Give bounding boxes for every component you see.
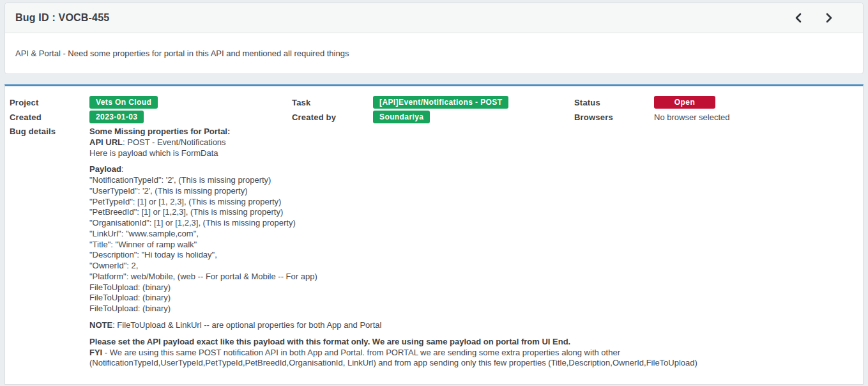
meta-row-1: Project Vets On Cloud Task [API]Event/No… [10, 95, 853, 109]
payload-line: "OrganisationId": [1] or [1,2,3], (This … [89, 218, 853, 229]
missing-properties-heading: Some Missing properties for Portal: [89, 127, 853, 137]
instruction-block: Please set the API payload exact like th… [89, 337, 853, 369]
note-line: NOTE: FileToUpload & LinkUrl -- are opti… [89, 320, 853, 331]
bug-details-content: Some Missing properties for Portal: API … [89, 127, 853, 369]
payload-line: "OwnerId": 2, [89, 261, 853, 272]
payload-line: "UserTypeId": '2', (This is missing prop… [89, 186, 853, 197]
payload-formdata-line: Here is payload which is FormData [89, 148, 853, 159]
payload-line: "Platform": web/Mobile, (web -- For port… [89, 272, 853, 282]
page: Bug ID : VOCB-455 API & Portal - Need so… [0, 0, 868, 386]
payload-line: "Description": "Hi today is holiday", [89, 250, 853, 261]
previous-bug-button[interactable] [793, 12, 804, 24]
task-label: Task [292, 98, 373, 107]
payload-line: FileToUpload: (binary) [89, 304, 853, 314]
next-bug-button[interactable] [823, 12, 835, 24]
project-badge: Vets On Cloud [89, 96, 158, 109]
chevron-right-icon [825, 15, 834, 25]
status-label: Status [574, 98, 654, 107]
bug-header-card: Bug ID : VOCB-455 API & Portal - Need so… [4, 3, 864, 74]
fyi-line: FYI - We are using this same POST notifi… [89, 348, 853, 369]
created-by-label: Created by [292, 112, 373, 122]
payload-line: "LinkUrl": "www.sample,com", [89, 229, 853, 240]
task-badge: [API]Event/Notifications - POST [373, 96, 508, 109]
meta-row-2: Created 2023-01-03 Created by Soundariya… [10, 110, 853, 124]
api-url-line: API URL: POST - Event/Notifications [89, 137, 853, 148]
instruction-line: Please set the API payload exact like th… [89, 337, 853, 348]
bug-details-label: Bug details [10, 127, 89, 136]
payload-line: "Title": "Winner of ramp walk" [89, 240, 853, 251]
bug-details-row: Bug details Some Missing properties for … [10, 127, 853, 369]
payload-line: FileToUpload: (binary) [89, 282, 853, 293]
chevron-left-icon [794, 15, 803, 25]
payload-line: FileToUpload: (binary) [89, 293, 853, 304]
payload-block: Payload: "NotificationTypeId": '2', (Thi… [89, 164, 853, 314]
browsers-label: Browsers [574, 112, 654, 122]
created-date-badge: 2023-01-03 [89, 111, 144, 123]
bug-details-card: Project Vets On Cloud Task [API]Event/No… [4, 84, 864, 385]
payload-line: "NotificationTypeId": '2', (This is miss… [89, 175, 853, 186]
created-label: Created [10, 112, 89, 122]
browsers-value: No browser selected [654, 112, 853, 122]
bug-id-title: Bug ID : VOCB-455 [15, 12, 109, 24]
status-badge: Open [654, 96, 715, 109]
bug-summary-text: API & Portal - Need some properties for … [5, 33, 863, 73]
bug-header-bar: Bug ID : VOCB-455 [5, 3, 863, 33]
bug-navigation [793, 12, 835, 24]
created-by-badge: Soundariya [373, 111, 430, 123]
bug-details-intro: Some Missing properties for Portal: API … [89, 127, 853, 158]
project-label: Project [10, 98, 89, 107]
payload-line: "PetBreedId": [1] or [1,2,3], (This is m… [89, 207, 853, 218]
payload-heading: Payload: [89, 164, 853, 175]
payload-line: "PetTypeId": [1] or [1, 2,3], (This is m… [89, 197, 853, 208]
